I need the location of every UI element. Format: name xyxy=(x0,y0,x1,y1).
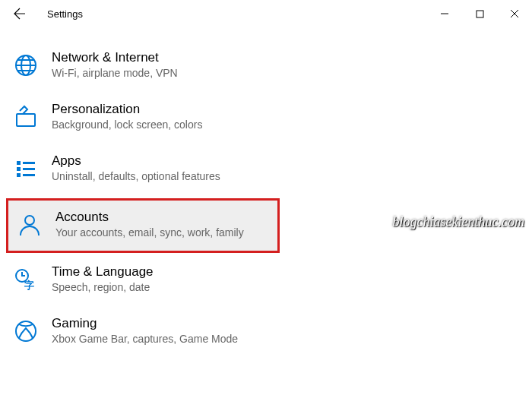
category-subtitle: Background, lock screen, colors xyxy=(52,118,202,131)
category-title: Network & Internet xyxy=(52,50,178,65)
time-language-icon: 字 xyxy=(12,266,40,293)
settings-categories: Network & Internet Wi-Fi, airplane mode,… xyxy=(0,27,532,359)
minimize-button[interactable] xyxy=(427,0,462,27)
svg-rect-8 xyxy=(23,168,35,170)
category-title: Gaming xyxy=(52,316,238,331)
svg-rect-7 xyxy=(23,162,35,164)
category-gaming[interactable]: Gaming Xbox Game Bar, captures, Game Mod… xyxy=(0,307,532,359)
svg-rect-0 xyxy=(477,11,483,17)
maximize-icon xyxy=(476,10,484,18)
svg-rect-9 xyxy=(23,174,35,176)
titlebar: Settings xyxy=(0,0,532,27)
category-subtitle: Speech, region, date xyxy=(52,281,154,293)
category-apps[interactable]: Apps Uninstall, defaults, optional featu… xyxy=(0,144,532,196)
maximize-button[interactable] xyxy=(462,0,497,27)
category-title: Personalization xyxy=(52,102,202,117)
category-accounts[interactable]: Accounts Your accounts, email, sync, wor… xyxy=(6,198,280,253)
xbox-icon xyxy=(12,318,40,345)
svg-rect-5 xyxy=(17,167,21,171)
back-arrow-icon xyxy=(14,8,26,20)
apps-list-icon xyxy=(12,155,40,182)
minimize-icon xyxy=(440,9,449,18)
close-icon xyxy=(510,9,519,18)
window-title: Settings xyxy=(47,8,83,20)
svg-rect-6 xyxy=(17,173,21,177)
back-button[interactable] xyxy=(6,0,33,27)
svg-point-13 xyxy=(16,321,36,341)
close-button[interactable] xyxy=(497,0,532,27)
category-network-internet[interactable]: Network & Internet Wi-Fi, airplane mode,… xyxy=(0,41,532,93)
svg-point-10 xyxy=(25,216,34,225)
person-icon xyxy=(16,211,43,239)
category-title: Apps xyxy=(52,153,220,169)
category-personalization[interactable]: Personalization Background, lock screen,… xyxy=(0,93,532,144)
svg-rect-3 xyxy=(17,114,35,126)
category-subtitle: Your accounts, email, sync, work, family xyxy=(55,226,244,239)
svg-rect-4 xyxy=(17,161,21,165)
globe-icon xyxy=(12,52,40,79)
category-subtitle: Xbox Game Bar, captures, Game Mode xyxy=(52,333,238,345)
category-title: Time & Language xyxy=(52,264,154,280)
category-title: Accounts xyxy=(55,210,244,225)
paintbrush-icon xyxy=(12,103,40,131)
svg-text:字: 字 xyxy=(24,280,34,291)
category-subtitle: Uninstall, defaults, optional features xyxy=(52,170,220,182)
category-subtitle: Wi-Fi, airplane mode, VPN xyxy=(52,67,178,79)
category-time-language[interactable]: 字 Time & Language Speech, region, date xyxy=(0,255,532,307)
